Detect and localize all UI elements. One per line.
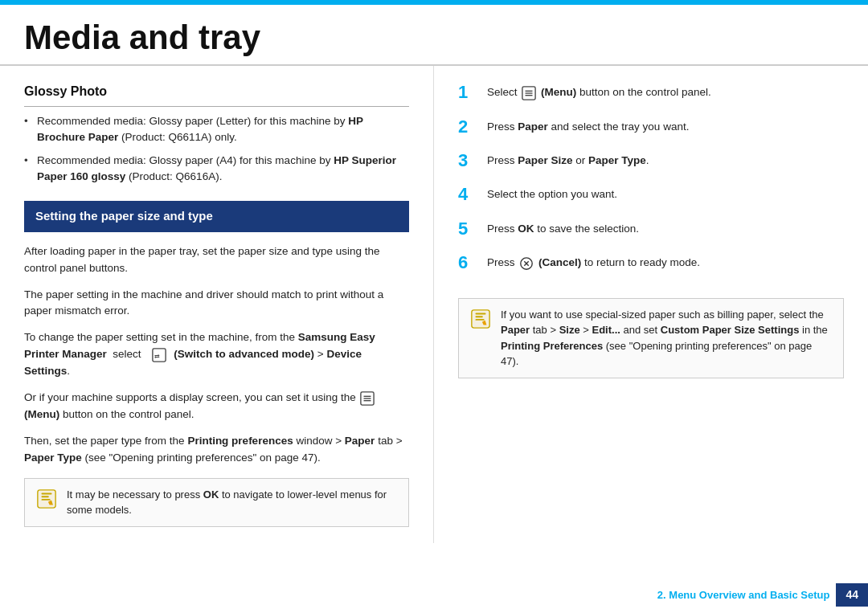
cancel-icon <box>519 256 534 271</box>
switch-mode-icon: ⇄ <box>152 348 166 362</box>
step-number-4: 4 <box>458 184 476 205</box>
step-text-6: Press (Cancel) to return to ready mode. <box>487 252 700 271</box>
glossy-photo-bullets: Recommended media: Glossy paper (Letter)… <box>24 113 409 185</box>
menu-icon-step1 <box>522 86 536 100</box>
step-number-5: 5 <box>458 219 476 239</box>
step-text-5: Press OK to save the selection. <box>487 219 639 237</box>
setting-para-3: To change the paper setting set in the m… <box>24 329 409 380</box>
step-text-1: Select (Menu) button on the control pane… <box>487 82 711 100</box>
step-text-3: Press Paper Size or Paper Type. <box>487 150 649 169</box>
step-3: 3 Press Paper Size or Paper Type. <box>458 150 844 171</box>
step-4: 4 Select the option you want. <box>458 184 844 205</box>
svg-rect-9 <box>42 499 51 501</box>
step-number-3: 3 <box>458 150 476 171</box>
step-5: 5 Press OK to save the selection. <box>458 219 844 239</box>
right-column: 1 Select (Menu) button on the control pa… <box>434 66 868 543</box>
step-text-2: Press Paper and select the tray you want… <box>487 116 689 135</box>
setting-para-4: Or if your machine supports a display sc… <box>24 390 409 423</box>
setting-para-1: After loading paper in the paper tray, s… <box>24 243 409 277</box>
note-icon <box>36 488 59 514</box>
footer-page-number: 44 <box>836 583 868 607</box>
bullet-item: Recommended media: Glossy paper (Letter)… <box>24 113 409 146</box>
page-footer: 2. Menu Overview and Basic Setup 44 <box>0 577 868 613</box>
svg-rect-8 <box>42 496 49 497</box>
step-text-4: Select the option you want. <box>487 184 617 202</box>
right-note-icon <box>470 309 493 334</box>
left-column: Glossy Photo Recommended media: Glossy p… <box>0 66 434 543</box>
step-2: 2 Press Paper and select the tray you wa… <box>458 116 844 137</box>
setting-para-2: The paper setting in the machine and dri… <box>24 287 409 321</box>
main-content: Glossy Photo Recommended media: Glossy p… <box>0 66 868 543</box>
setting-para-5: Then, set the paper type from the Printi… <box>24 433 409 467</box>
right-note-box: If you want to use special-sized paper s… <box>458 298 844 378</box>
svg-rect-7 <box>42 492 52 494</box>
svg-rect-20 <box>476 316 483 317</box>
page-title: Media and tray <box>24 19 844 56</box>
step-6: 6 Press (Cancel) to return to ready mode… <box>458 252 844 273</box>
bullet-item: Recommended media: Glossy paper (A4) for… <box>24 153 409 186</box>
setting-paper-section: Setting the paper size and type After lo… <box>24 201 409 467</box>
setting-paper-heading: Setting the paper size and type <box>24 201 409 232</box>
left-note-box: It may be necessary to press OK to navig… <box>24 478 409 527</box>
step-number-6: 6 <box>458 252 476 273</box>
menu-icon-inline <box>360 391 375 406</box>
step-number-2: 2 <box>458 116 476 137</box>
page-title-section: Media and tray <box>0 5 868 66</box>
glossy-photo-section: Glossy Photo Recommended media: Glossy p… <box>24 82 409 185</box>
footer-right: 2. Menu Overview and Basic Setup 44 <box>657 583 868 607</box>
svg-rect-19 <box>476 313 486 314</box>
right-note-text: If you want to use special-sized paper s… <box>501 307 832 370</box>
svg-rect-21 <box>476 319 485 321</box>
left-note-text: It may be necessary to press OK to navig… <box>67 487 397 518</box>
step-number-1: 1 <box>458 82 476 103</box>
steps-list: 1 Select (Menu) button on the control pa… <box>458 82 844 273</box>
step-1: 1 Select (Menu) button on the control pa… <box>458 82 844 103</box>
svg-text:⇄: ⇄ <box>154 352 160 359</box>
glossy-photo-heading: Glossy Photo <box>24 82 409 107</box>
footer-chapter-text: 2. Menu Overview and Basic Setup <box>657 587 830 603</box>
